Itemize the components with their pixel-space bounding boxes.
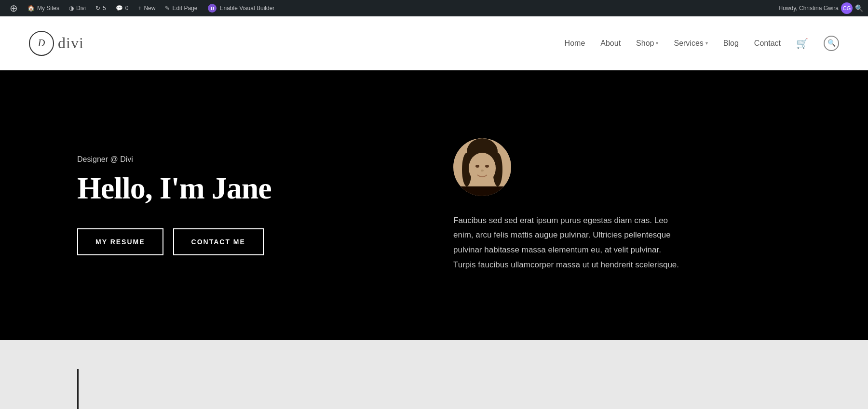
admin-bar: ⊕ 🏠 My Sites ◑ Divi ↻ 5 💬 0 + New ✎ <box>0 0 868 16</box>
logo-circle-icon: D <box>29 31 54 56</box>
svg-point-8 <box>481 170 484 172</box>
hero-description: Faucibus sed sed erat ipsum purus egesta… <box>453 213 685 272</box>
comments-icon: 💬 <box>116 5 123 12</box>
nav-services[interactable]: Services ▾ <box>674 39 707 48</box>
my-sites-item[interactable]: 🏠 My Sites <box>23 0 64 16</box>
enable-visual-builder-btn[interactable]: D Enable Visual Builder <box>202 0 280 16</box>
admin-bar-left: ⊕ 🏠 My Sites ◑ Divi ↻ 5 💬 0 + New ✎ <box>5 0 779 16</box>
new-item[interactable]: + New <box>133 0 160 16</box>
hero-buttons: MY RESUME CONTACT ME <box>77 228 415 255</box>
svg-rect-9 <box>453 186 511 196</box>
my-sites-icon: 🏠 <box>27 5 35 12</box>
svg-point-5 <box>469 153 496 184</box>
nav-about-label: About <box>600 39 621 48</box>
user-avatar[interactable]: CG <box>841 2 853 14</box>
avatar-image <box>453 138 511 196</box>
divi-label: Divi <box>76 5 86 12</box>
hero-subtitle: Designer @ Divi <box>77 155 415 164</box>
divi-icon: ◑ <box>69 5 74 12</box>
nav-shop[interactable]: Shop ▾ <box>636 39 658 48</box>
divi-visual-builder-icon: D <box>208 4 217 13</box>
hero-left: Designer @ Divi Hello, I'm Jane MY RESUM… <box>77 155 415 255</box>
nav-blog-label: Blog <box>723 39 739 48</box>
hero-section: Designer @ Divi Hello, I'm Jane MY RESUM… <box>0 70 868 340</box>
nav-contact-label: Contact <box>754 39 781 48</box>
user-greeting: Howdy, Christina Gwira <box>779 5 839 12</box>
services-dropdown-arrow: ▾ <box>705 40 708 46</box>
hero-title: Hello, I'm Jane <box>77 172 415 205</box>
logo-symbol: D <box>38 38 45 49</box>
cart-icon[interactable]: 🛒 <box>796 38 808 49</box>
divi-item[interactable]: ◑ Divi <box>64 0 91 16</box>
enable-visual-builder-label: Enable Visual Builder <box>219 5 274 12</box>
updates-item[interactable]: ↻ 5 <box>91 0 111 16</box>
avatar <box>453 138 511 196</box>
search-icon-symbol: 🔍 <box>827 39 836 47</box>
nav-services-label: Services <box>674 39 703 48</box>
user-avatar-initials: CG <box>843 5 851 11</box>
nav-blog[interactable]: Blog <box>723 39 739 48</box>
edit-page-label: Edit Page <box>172 5 197 12</box>
nav-about[interactable]: About <box>600 39 621 48</box>
admin-bar-right: Howdy, Christina Gwira CG 🔍 <box>779 2 863 14</box>
updates-icon: ↻ <box>95 5 100 12</box>
new-label: New <box>144 5 155 12</box>
updates-count: 5 <box>103 5 106 12</box>
contact-button[interactable]: CONTACT ME <box>173 228 264 255</box>
comments-count: 0 <box>125 5 129 12</box>
edit-icon: ✎ <box>165 5 170 12</box>
hero-right: Faucibus sed sed erat ipsum purus egesta… <box>415 138 791 272</box>
nav-home-label: Home <box>565 39 585 48</box>
site-logo[interactable]: D divi <box>29 31 84 56</box>
svg-point-6 <box>475 165 479 168</box>
nav-shop-label: Shop <box>636 39 654 48</box>
my-sites-label: My Sites <box>37 5 59 12</box>
edit-page-item[interactable]: ✎ Edit Page <box>160 0 202 16</box>
wordpress-icon: ⊕ <box>10 2 18 14</box>
search-user-icon[interactable]: 🔍 <box>855 4 863 12</box>
nav-home[interactable]: Home <box>565 39 585 48</box>
below-hero-section: Experience <box>0 340 868 409</box>
shop-dropdown-arrow: ▾ <box>656 40 658 46</box>
resume-button[interactable]: MY RESUME <box>77 228 163 255</box>
new-icon: + <box>138 5 141 12</box>
search-icon[interactable]: 🔍 <box>824 36 839 51</box>
logo-text: divi <box>58 34 84 52</box>
experience-chart-placeholder <box>77 369 386 409</box>
site-header: D divi Home About Shop ▾ Services ▾ Blog… <box>0 16 868 70</box>
comments-item[interactable]: 💬 0 <box>111 0 134 16</box>
wordpress-icon-item[interactable]: ⊕ <box>5 0 23 16</box>
svg-point-7 <box>485 165 489 168</box>
site-nav: Home About Shop ▾ Services ▾ Blog Contac… <box>565 36 839 51</box>
nav-contact[interactable]: Contact <box>754 39 781 48</box>
